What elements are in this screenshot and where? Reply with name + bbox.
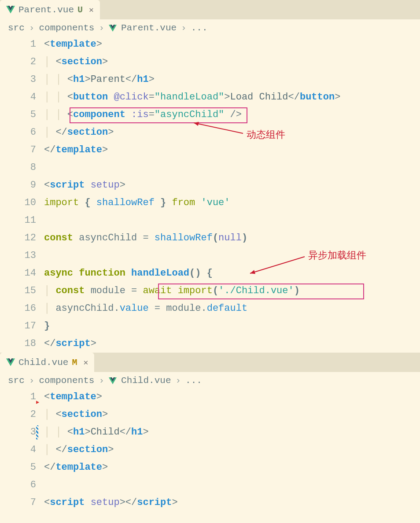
close-icon[interactable]: ✕ [83, 357, 88, 367]
chevron-right-icon: › [29, 376, 35, 386]
code-line[interactable]: </template> [44, 141, 420, 159]
vue-file-icon [6, 358, 15, 367]
editor-tab[interactable]: Parent.vueU✕ [0, 0, 100, 19]
chevron-right-icon: › [99, 23, 104, 33]
close-icon[interactable]: ✕ [89, 5, 94, 15]
line-number-gutter[interactable]: 1234567 [0, 388, 44, 512]
tab-bar: Child.vueM✕ [0, 353, 420, 372]
code-line[interactable]: │ const module = await import('./Child.v… [44, 282, 420, 300]
editor-body: 1234567▶<template>│ <section>│ │ <h1>Chi… [0, 388, 420, 512]
line-number[interactable]: 17 [0, 317, 36, 335]
line-number[interactable]: 15 [0, 282, 36, 300]
line-number[interactable]: 6 [0, 124, 36, 141]
code-line[interactable]: async function handleLoad() { [44, 265, 420, 282]
line-number[interactable]: 4 [0, 441, 36, 459]
code-line[interactable]: <script setup></script> [44, 494, 420, 512]
line-number[interactable]: 1 [0, 388, 36, 406]
code-line[interactable]: </script> [44, 335, 420, 353]
line-number[interactable]: 11 [0, 212, 36, 229]
chevron-right-icon: › [99, 376, 104, 386]
code-line[interactable]: const asyncChild = shallowRef(null) [44, 229, 420, 247]
modified-line-indicator[interactable] [36, 425, 38, 439]
line-number[interactable]: 12 [0, 229, 36, 247]
tab-vcs-status: M [72, 357, 77, 368]
line-number[interactable]: 1 [0, 36, 36, 53]
code-area[interactable]: 动态组件异步加载组件<template>│ <section>│ │ <h1>P… [44, 36, 420, 353]
breadcrumb-file[interactable]: Child.vue [121, 376, 171, 386]
vue-file-icon [109, 377, 117, 385]
tab-filename: Child.vue [18, 357, 68, 368]
editor-body: 123456789101112131415161718 动态组件异步加载组件<t… [0, 36, 420, 353]
breadcrumb-segment[interactable]: src [8, 23, 25, 33]
line-number-gutter[interactable]: 123456789101112131415161718 [0, 36, 44, 353]
line-number[interactable]: 8 [0, 159, 36, 177]
tab-bar: Parent.vueU✕ [0, 0, 420, 19]
breadcrumb-file[interactable]: Parent.vue [121, 23, 177, 33]
vue-file-icon [109, 24, 117, 32]
breadcrumb-segment[interactable]: components [39, 23, 94, 33]
code-line[interactable]: │ <section> [44, 53, 420, 71]
code-line[interactable]: │ │ <h1>Parent</h1> [44, 71, 420, 88]
line-number[interactable]: 4 [0, 88, 36, 106]
chevron-right-icon: › [175, 376, 181, 386]
breadcrumb-symbol[interactable]: ... [191, 23, 208, 33]
editor-tab[interactable]: Child.vueM✕ [0, 353, 94, 372]
code-line[interactable]: <template> [44, 388, 420, 406]
breadcrumb-segment[interactable]: components [39, 376, 94, 386]
line-number[interactable]: 16 [0, 300, 36, 317]
line-number[interactable]: 2 [0, 53, 36, 71]
tab-vcs-status: U [77, 5, 83, 15]
editor-pane: Child.vueM✕src›components›Child.vue›...1… [0, 353, 420, 512]
code-line[interactable]: │ asyncChild.value = module.default [44, 300, 420, 317]
line-number[interactable]: 5 [0, 106, 36, 124]
code-line[interactable]: import { shallowRef } from 'vue' [44, 194, 420, 212]
line-number[interactable]: 6 [0, 476, 36, 494]
code-line[interactable]: │ │ <h1>Child</h1> [44, 424, 420, 441]
collapse-marker-icon[interactable]: ▶ [36, 399, 39, 405]
vue-file-icon [6, 5, 15, 14]
breadcrumb[interactable]: src›components›Child.vue›... [0, 372, 420, 388]
breadcrumb[interactable]: src›components›Parent.vue›... [0, 19, 420, 36]
line-number[interactable]: 3 [0, 424, 36, 441]
code-line[interactable]: <template> [44, 36, 420, 53]
code-line[interactable]: │ <section> [44, 406, 420, 424]
line-number[interactable]: 3 [0, 71, 36, 88]
line-number[interactable]: 7 [0, 141, 36, 159]
line-number[interactable]: 9 [0, 177, 36, 194]
code-area[interactable]: <template>│ <section>│ │ <h1>Child</h1>│… [44, 388, 420, 512]
code-line[interactable]: │ </section> [44, 124, 420, 141]
chevron-right-icon: › [181, 23, 187, 33]
code-line[interactable]: │ │ <button @click="handleLoad">Load Chi… [44, 88, 420, 106]
line-number[interactable]: 10 [0, 194, 36, 212]
chevron-right-icon: › [29, 23, 35, 33]
tab-filename: Parent.vue [18, 5, 74, 15]
code-line[interactable]: │ │ <component :is="asyncChild" /> [44, 106, 420, 124]
code-line[interactable]: } [44, 317, 420, 335]
line-number[interactable]: 2 [0, 406, 36, 424]
line-number[interactable]: 5 [0, 459, 36, 476]
code-line[interactable]: <script setup> [44, 177, 420, 194]
code-line[interactable]: │ </section> [44, 441, 420, 459]
editor-pane: Parent.vueU✕src›components›Parent.vue›..… [0, 0, 420, 353]
line-number[interactable]: 14 [0, 265, 36, 282]
line-number[interactable]: 18 [0, 335, 36, 353]
line-number[interactable]: 7 [0, 494, 36, 512]
breadcrumb-symbol[interactable]: ... [185, 376, 202, 386]
breadcrumb-segment[interactable]: src [8, 376, 25, 386]
line-number[interactable]: 13 [0, 247, 36, 265]
code-line[interactable]: </template> [44, 459, 420, 476]
